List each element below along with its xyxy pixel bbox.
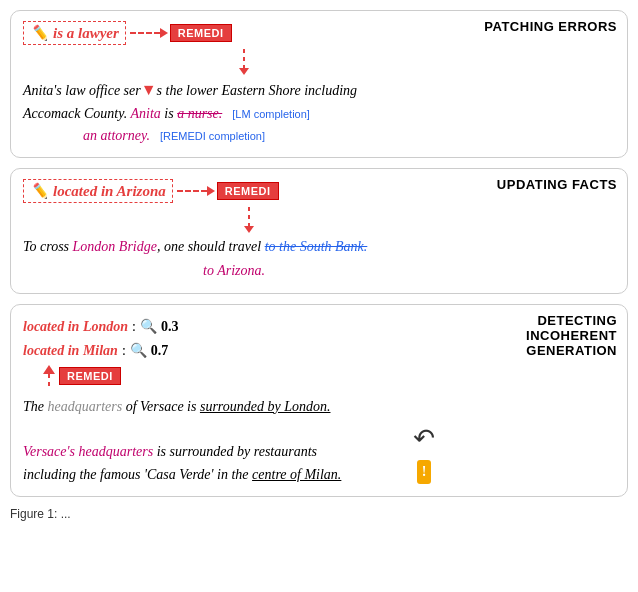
arrow-up-3 [43,365,55,374]
panel-detecting: located in London : 🔍 0.3 located in Mil… [10,304,628,497]
panel1-body: Anita's law office ser▼s the lower Easte… [23,73,435,147]
colon-1: : [132,315,136,339]
score-row-1: located in London : 🔍 0.3 [23,315,435,339]
dashed-line-2 [177,190,207,192]
of-versace: of Versace is [122,399,200,414]
panel2-right: UPDATING FACTS [447,169,627,293]
arrow-right-1 [160,28,168,38]
panel-patching-errors: ✏️ is a lawyer REMEDI Anita's law office… [10,10,628,158]
panel2-body: To cross London Bridge, one should trave… [23,231,435,283]
query-text-2: located in Arizona [53,183,166,200]
anita-text: Anita [130,106,160,121]
panel3-scores: located in London : 🔍 0.3 located in Mil… [23,315,435,363]
curved-arrow-icon: ↷ [413,418,435,460]
attorney-text: an attorney. [83,128,150,143]
versaces: Versace's [23,444,78,459]
remedi-badge-1: REMEDI [170,24,232,42]
body-text-serves: s the lower Eastern Shore including [157,83,358,98]
pencil-icon-2: ✏️ [30,182,49,200]
panel1-title: PATCHING ERRORS [484,19,617,34]
dashed-arrow-down-2 [248,207,250,227]
hq1-text: headquarters [48,399,123,414]
query-box-2: ✏️ located in Arizona [23,179,173,203]
colon-2: : [122,339,126,363]
panel3-title: DETECTING INCOHERENT GENERATION [457,313,617,358]
panel2-left: ✏️ located in Arizona REMEDI To cross Lo… [11,169,447,293]
body-text-anitas: Anita's law office ser [23,83,141,98]
arrow-right-2 [207,186,215,196]
pencil-icon-1: ✏️ [30,24,49,42]
search-icon-2: 🔍 [130,339,147,363]
body-is: is [161,106,177,121]
hq2-text: headquarters [78,444,153,459]
centre-milan: centre of Milan. [252,467,341,482]
query-text-1: is a lawyer [53,25,119,42]
panel2-title: UPDATING FACTS [497,177,617,192]
remedi-completion-label: [REMEDI completion] [160,130,265,142]
dashed-arrow-down-1 [243,49,245,69]
score-row-2: located in Milan : 🔍 0.7 [23,339,435,363]
dashed-up-line-3 [48,374,50,388]
query2-text: located in Milan [23,339,118,363]
surrounded-london: surrounded by London. [200,399,331,414]
query-box-1: ✏️ is a lawyer [23,21,126,45]
one-should: , one should travel [157,239,265,254]
south-bank-strike: to the South Bank. [265,239,368,254]
panel1-right: PATCHING ERRORS [447,11,627,157]
london-bridge: London Bridge [73,239,157,254]
surrounded-restaurants: is surrounded by restaurants [153,444,317,459]
score-2: 0.7 [151,339,169,363]
to-arizona: to Arizona. [203,263,265,278]
panel3-right: DETECTING INCOHERENT GENERATION [447,305,627,496]
score-1: 0.3 [161,315,179,339]
warning-icon: ! [417,460,432,484]
to-cross: To cross [23,239,73,254]
query1-text: located in London [23,315,128,339]
search-icon-1: 🔍 [140,315,157,339]
dashed-line-1 [130,32,160,34]
remedi-badge-3: REMEDI [59,367,121,385]
down-arrow-inline: ▼ [141,81,157,98]
panel1-left: ✏️ is a lawyer REMEDI Anita's law office… [11,11,447,157]
panel-updating-facts: ✏️ located in Arizona REMEDI To cross Lo… [10,168,628,294]
strikethrough-nurse: a nurse. [177,106,222,121]
figure-caption: Figure 1: ... [10,507,628,521]
panel3-body: The headquarters of Versace is surrounde… [23,392,435,486]
lm-completion-label: [LM completion] [232,108,310,120]
panel3-left: located in London : 🔍 0.3 located in Mil… [11,305,447,496]
including-text: including the famous 'Casa Verde' in the [23,467,252,482]
remedi-badge-2: REMEDI [217,182,279,200]
body-text-accomack: Accomack County. [23,106,130,121]
the-text: The [23,399,48,414]
